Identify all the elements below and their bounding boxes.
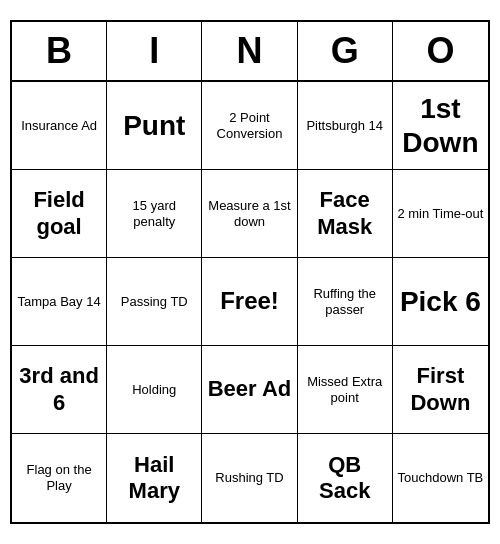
header-letter: N [202, 22, 297, 80]
bingo-cell: First Down [393, 346, 488, 434]
bingo-cell: Missed Extra point [298, 346, 393, 434]
bingo-cell: Hail Mary [107, 434, 202, 522]
bingo-cell: 1st Down [393, 82, 488, 170]
bingo-cell: Rushing TD [202, 434, 297, 522]
bingo-cell: Pick 6 [393, 258, 488, 346]
bingo-cell: Punt [107, 82, 202, 170]
bingo-card: BINGO Insurance AdPunt2 Point Conversion… [10, 20, 490, 524]
bingo-cell: Tampa Bay 14 [12, 258, 107, 346]
bingo-cell: Pittsburgh 14 [298, 82, 393, 170]
bingo-cell: 2 min Time-out [393, 170, 488, 258]
bingo-cell: Free! [202, 258, 297, 346]
bingo-cell: 2 Point Conversion [202, 82, 297, 170]
bingo-cell: Ruffing the passer [298, 258, 393, 346]
bingo-cell: Face Mask [298, 170, 393, 258]
bingo-cell: 3rd and 6 [12, 346, 107, 434]
bingo-cell: QB Sack [298, 434, 393, 522]
bingo-cell: Flag on the Play [12, 434, 107, 522]
bingo-cell: Beer Ad [202, 346, 297, 434]
bingo-cell: Passing TD [107, 258, 202, 346]
bingo-header: BINGO [12, 22, 488, 82]
header-letter: I [107, 22, 202, 80]
bingo-cell: Touchdown TB [393, 434, 488, 522]
bingo-cell: Measure a 1st down [202, 170, 297, 258]
bingo-cell: Holding [107, 346, 202, 434]
header-letter: G [298, 22, 393, 80]
header-letter: B [12, 22, 107, 80]
bingo-cell: 15 yard penalty [107, 170, 202, 258]
bingo-grid: Insurance AdPunt2 Point ConversionPittsb… [12, 82, 488, 522]
bingo-cell: Insurance Ad [12, 82, 107, 170]
header-letter: O [393, 22, 488, 80]
bingo-cell: Field goal [12, 170, 107, 258]
